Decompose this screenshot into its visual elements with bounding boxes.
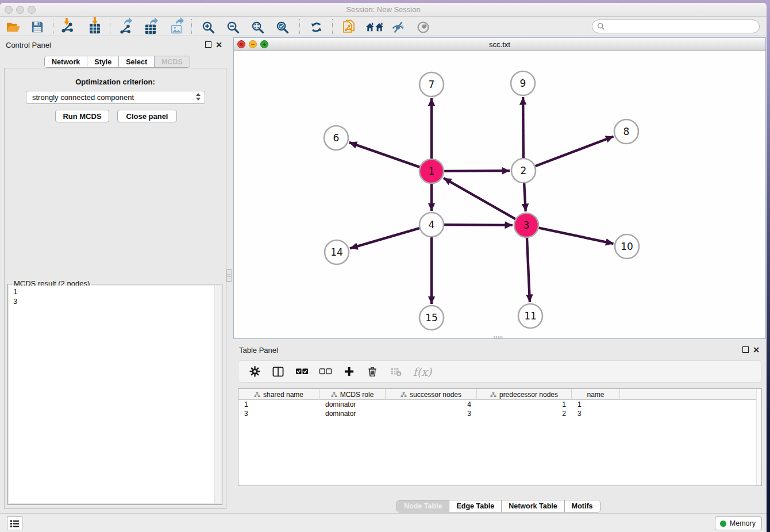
- graph-edge-3-11[interactable]: [527, 237, 530, 302]
- graph-edge-1-6[interactable]: [349, 142, 421, 167]
- table-cell[interactable]: 4: [386, 400, 477, 409]
- zoom-fit-icon: [251, 21, 264, 34]
- open-folder-icon: [6, 21, 21, 34]
- column-header-name[interactable]: name: [572, 389, 620, 400]
- table-cell[interactable]: 1: [572, 400, 620, 409]
- svg-text:8: 8: [623, 126, 630, 137]
- table-cell[interactable]: 2: [477, 409, 572, 418]
- add-column-button[interactable]: [342, 365, 356, 379]
- import-table-button[interactable]: [86, 19, 103, 35]
- new-network-button[interactable]: [340, 19, 357, 35]
- mcds-panel-body: Optimization criterion: strongly connect…: [4, 68, 226, 509]
- import-network-button[interactable]: [59, 19, 76, 35]
- zoom-selected-button[interactable]: [274, 19, 291, 35]
- task-history-button[interactable]: [7, 516, 22, 530]
- float-panel-icon[interactable]: [205, 41, 211, 48]
- column-header-successor-nodes[interactable]: successor nodes: [386, 389, 477, 400]
- table-cell[interactable]: 3: [238, 409, 319, 418]
- graph-edge-2-3[interactable]: [524, 183, 526, 211]
- graph-node-11[interactable]: 11: [518, 304, 542, 328]
- deselect-all-button[interactable]: [318, 365, 332, 379]
- graph-edge-3-10[interactable]: [538, 228, 614, 244]
- export-image-button[interactable]: [168, 19, 185, 35]
- checked-boxes-icon: [295, 368, 309, 375]
- graph-node-3[interactable]: 3: [514, 213, 538, 237]
- refresh-layout-button[interactable]: [307, 19, 325, 35]
- graph-node-15[interactable]: 15: [419, 306, 444, 330]
- mcds-result-textarea[interactable]: 13: [9, 286, 221, 503]
- memory-button[interactable]: Memory: [715, 516, 762, 530]
- graph-node-8[interactable]: 8: [614, 119, 638, 144]
- level-of-detail-button[interactable]: [414, 19, 432, 35]
- zoom-out-button[interactable]: [224, 19, 241, 35]
- table-grid-icon: [89, 24, 101, 34]
- close-panel-button[interactable]: Close panel: [117, 110, 177, 122]
- tab-style[interactable]: Style: [87, 56, 119, 67]
- table-cell[interactable]: 3: [386, 409, 477, 418]
- column-header-shared-name[interactable]: shared name: [238, 389, 319, 400]
- graph-edge-2-8[interactable]: [535, 137, 614, 167]
- node-table: shared nameMCDS rolesuccessor nodesprede…: [238, 388, 762, 486]
- tab-motifs[interactable]: Motifs: [565, 500, 600, 512]
- close-panel-icon[interactable]: ✕: [215, 42, 222, 48]
- panel-splitter-grip[interactable]: [226, 269, 232, 282]
- graph-edge-1-2[interactable]: [444, 171, 510, 171]
- export-table-button[interactable]: [142, 19, 159, 35]
- graph-node-10[interactable]: 10: [615, 234, 639, 259]
- table-grid-icon: [145, 24, 156, 34]
- table-cell[interactable]: dominator: [319, 409, 386, 418]
- graph-edge-3-1[interactable]: [444, 178, 516, 219]
- graph-node-6[interactable]: 6: [324, 126, 348, 150]
- status-bar: Memory: [0, 513, 767, 532]
- table-row[interactable]: 3dominator323: [238, 409, 761, 418]
- graph-node-2[interactable]: 2: [511, 159, 536, 183]
- search-input[interactable]: [592, 20, 760, 33]
- houses-button[interactable]: [364, 19, 385, 35]
- network-graph[interactable]: 7968124314101511: [234, 51, 765, 338]
- delete-table-button[interactable]: [389, 365, 403, 379]
- column-header-MCDS-role[interactable]: MCDS role: [319, 389, 386, 400]
- column-view-button[interactable]: [271, 365, 285, 379]
- network-window-titlebar[interactable]: × − + scc.txt: [234, 38, 765, 51]
- tab-select[interactable]: Select: [119, 56, 155, 67]
- optimization-criterion-dropdown[interactable]: strongly connected component: [26, 91, 205, 104]
- zoom-in-button[interactable]: [199, 19, 217, 35]
- table-options-button[interactable]: [248, 365, 261, 379]
- table-cell[interactable]: 1: [477, 400, 572, 409]
- table-row[interactable]: 1dominator411: [238, 400, 761, 409]
- hide-graphics-details-button[interactable]: [389, 19, 406, 35]
- eye-circle-icon: [417, 21, 430, 34]
- select-all-button[interactable]: [295, 365, 309, 379]
- tab-network-table[interactable]: Network Table: [502, 500, 565, 512]
- delete-column-button[interactable]: [365, 365, 379, 379]
- graph-node-14[interactable]: 14: [325, 240, 349, 264]
- function-builder-button[interactable]: f(x): [413, 365, 432, 379]
- save-session-button[interactable]: [29, 19, 46, 35]
- table-cell[interactable]: 1: [238, 400, 319, 409]
- zoom-fit-button[interactable]: [249, 19, 266, 35]
- float-table-panel-icon[interactable]: [742, 346, 749, 353]
- column-header-predecessor-nodes[interactable]: predecessor nodes: [477, 389, 572, 400]
- result-line: 3: [9, 296, 221, 306]
- tab-edge-table[interactable]: Edge Table: [449, 500, 502, 512]
- graph-node-1[interactable]: 1: [419, 159, 444, 183]
- tab-mcds[interactable]: MCDS: [155, 56, 190, 67]
- graph-edge-2-9[interactable]: [523, 97, 523, 159]
- graph-node-7[interactable]: 7: [419, 72, 444, 97]
- open-session-button[interactable]: [5, 19, 22, 35]
- graph-node-9[interactable]: 9: [511, 71, 535, 95]
- table-cell[interactable]: dominator: [319, 400, 386, 409]
- graph-edge-4-3[interactable]: [444, 225, 513, 225]
- export-network-button[interactable]: [117, 19, 134, 35]
- tab-network[interactable]: Network: [45, 56, 87, 67]
- graph-node-4[interactable]: 4: [419, 213, 444, 237]
- table-cell[interactable]: 3: [572, 409, 620, 418]
- graph-edge-4-14[interactable]: [350, 228, 420, 248]
- table-scrollbar[interactable]: [756, 389, 761, 485]
- tab-node-table[interactable]: Node Table: [397, 500, 449, 512]
- result-scrollbar[interactable]: [214, 286, 221, 503]
- network-resize-grip[interactable]: [494, 336, 503, 338]
- run-mcds-button[interactable]: Run MCDS: [55, 110, 109, 122]
- svg-text:2: 2: [521, 165, 527, 176]
- close-table-panel-icon[interactable]: ✕: [753, 347, 760, 353]
